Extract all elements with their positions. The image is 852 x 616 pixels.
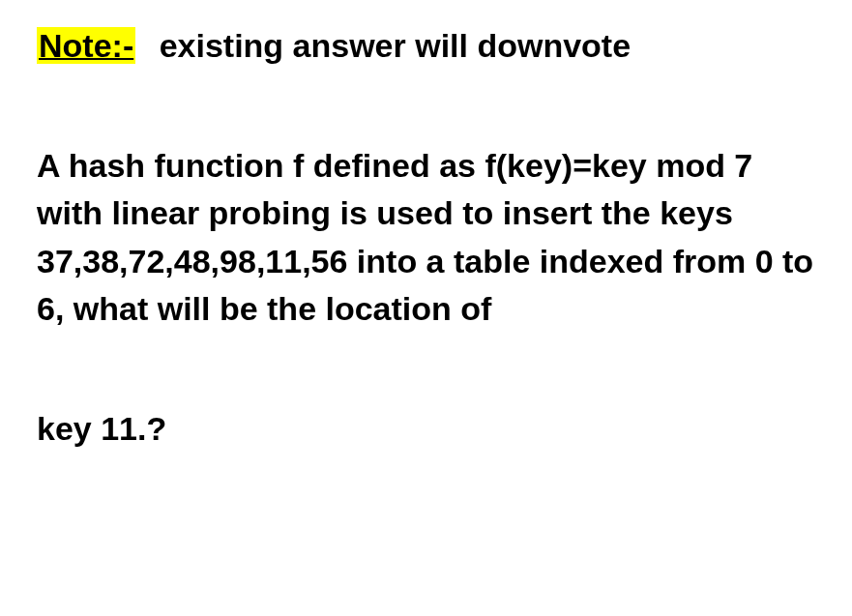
note-text: existing answer will downvote xyxy=(160,27,631,64)
question-tail: key 11.? xyxy=(37,410,815,448)
note-line: Note:- existing answer will downvote xyxy=(37,27,815,65)
question-body: A hash function f defined as f(key)=key … xyxy=(37,142,815,333)
note-label: Note:- xyxy=(37,27,135,64)
